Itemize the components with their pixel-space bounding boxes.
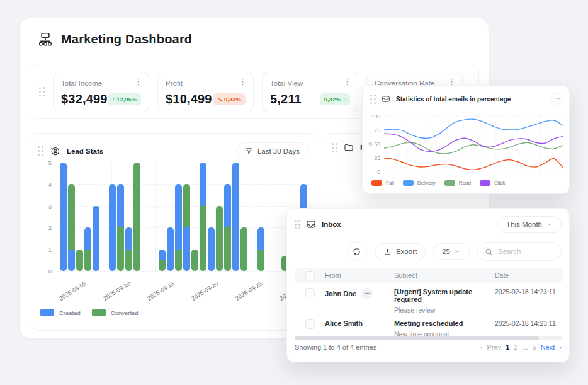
bar-segment-converted [125, 250, 132, 271]
table-row[interactable]: Alice Smith Meeting rescheduled New time… [295, 314, 563, 338]
export-icon [383, 248, 392, 256]
bar-segment-converted [216, 206, 223, 271]
email-stats-card: Statistics of total emails in percentage… [362, 85, 570, 194]
bar-segment-created [167, 227, 174, 271]
export-button[interactable]: Export [375, 243, 426, 260]
row-checkbox[interactable] [305, 319, 315, 329]
stacked-bar [84, 227, 91, 271]
kebab-menu-icon[interactable]: ⋮ [448, 79, 456, 85]
x-tick-label: 2025-03-15 [146, 280, 176, 302]
email-stats-drag-handle[interactable] [370, 95, 376, 104]
page-5[interactable]: 5 [533, 343, 536, 351]
stacked-bar [60, 163, 67, 271]
legend-swatch [371, 180, 382, 186]
email-date: 2025-02-18 14:23:11 [495, 288, 563, 296]
legend-label: Created [59, 309, 81, 316]
bar-segment-converted [240, 227, 247, 271]
email-subject: [Urgent] System update required [394, 288, 495, 303]
bar-segment-converted [76, 250, 83, 271]
page-2[interactable]: 2 [514, 343, 517, 351]
table-row[interactable]: John Doe⋯ [Urgent] System update require… [295, 283, 563, 314]
funnel-icon [245, 147, 253, 155]
y-tick-label: 5 [38, 159, 52, 166]
gridline [57, 163, 311, 163]
ellipsis-menu-button[interactable]: ⋯ [551, 93, 563, 105]
date-filter-button[interactable]: Last 30 Days [236, 142, 308, 159]
prev-arrow[interactable]: ‹ [480, 343, 483, 351]
bar-segment-created [257, 227, 264, 249]
stat-label: Profit [166, 79, 246, 87]
stacked-bar [159, 250, 166, 271]
bar-segment-created [93, 206, 99, 271]
x-tick-label: 2025-03-25 [234, 280, 264, 302]
bar-segment-created [224, 184, 231, 227]
page-...[interactable]: ... [522, 343, 528, 351]
x-tick-label: 2025-03-20 [190, 280, 220, 302]
search-input[interactable] [498, 248, 555, 255]
stacked-bar [224, 184, 231, 271]
email-line-chart [384, 115, 563, 173]
select-all-checkbox[interactable] [305, 271, 315, 280]
gridline [155, 163, 156, 271]
page-1[interactable]: 1 [506, 343, 509, 351]
scrollbar-thumb[interactable] [295, 336, 539, 340]
prev-button[interactable]: Prev [487, 343, 502, 351]
kebab-menu-icon[interactable]: ⋮ [134, 79, 142, 85]
legend-label: Delivery [417, 180, 436, 186]
refresh-button[interactable] [347, 241, 367, 261]
bar-segment-converted [224, 227, 231, 271]
next-button[interactable]: Next [541, 343, 555, 351]
stacked-bar [240, 227, 247, 271]
lead-stats-drag-handle[interactable] [38, 146, 43, 156]
stacked-bar [93, 206, 99, 271]
inbox-title: Inbox [322, 221, 341, 228]
legend-label: Click [494, 180, 505, 186]
row-menu-button[interactable]: ⋯ [361, 288, 373, 299]
bar-segment-converted [84, 250, 91, 271]
horizontal-scrollbar[interactable] [295, 336, 563, 340]
y-tick-label: 1 [38, 246, 52, 253]
stacked-bar [76, 250, 83, 271]
next-arrow[interactable]: › [559, 343, 562, 351]
bar-segment-converted [68, 184, 75, 249]
legend-item-converted: Converted [92, 309, 139, 316]
partial-card-drag-handle[interactable] [332, 143, 337, 152]
legend-swatch [92, 309, 106, 316]
pagination: ‹Prev12...5Next› [480, 343, 562, 351]
page-size-select[interactable]: 25 [433, 243, 470, 260]
stat-label: Total View [270, 79, 350, 87]
lead-user-icon [50, 146, 60, 156]
stat-value: $10,499 [166, 92, 212, 106]
period-select-label: This Month [506, 221, 542, 228]
bar-chart-legend: CreatedConverted [40, 309, 139, 316]
bar-segment-created [125, 227, 132, 249]
legend-swatch [444, 180, 455, 186]
stats-row-drag-handle[interactable] [39, 87, 45, 96]
y-tick-label: 2 [38, 224, 52, 231]
stat-card-total-income: Total Income ⋮ $32,499 ↑ 12,95% [53, 72, 149, 112]
y-tick-label: 25 [368, 155, 380, 161]
kebab-menu-icon[interactable]: ⋮ [343, 79, 351, 85]
y-tick-label: 0 [368, 169, 380, 175]
legend-item-read: Read [444, 180, 471, 186]
period-select[interactable]: This Month [497, 216, 562, 233]
stacked-bar [257, 227, 264, 271]
bar-segment-created [68, 250, 75, 271]
bar-segment-created [232, 163, 239, 271]
row-checkbox[interactable] [305, 288, 315, 297]
date-filter-label: Last 30 Days [257, 147, 300, 155]
bar-segment-created [117, 184, 124, 227]
stat-change-badge: ↑ 12,95% [108, 93, 142, 105]
kebab-menu-icon[interactable]: ⋮ [239, 79, 247, 85]
email-subject: Meeting rescheduled [394, 319, 495, 327]
stat-change-badge: ↘ 0,33% [213, 93, 246, 105]
chevron-down-icon [455, 248, 461, 255]
bar-segment-created [175, 184, 182, 249]
stacked-bar [133, 163, 140, 271]
search-icon [485, 248, 493, 256]
entries-summary: Showing 1 to 4 of 4 entries [295, 343, 376, 351]
stat-card-total-view: Total View ⋮ 5,211 0,32% ↑ [262, 72, 358, 112]
bar-segment-converted [183, 184, 190, 227]
inbox-drag-handle[interactable] [295, 220, 300, 229]
stacked-bar [208, 227, 215, 271]
